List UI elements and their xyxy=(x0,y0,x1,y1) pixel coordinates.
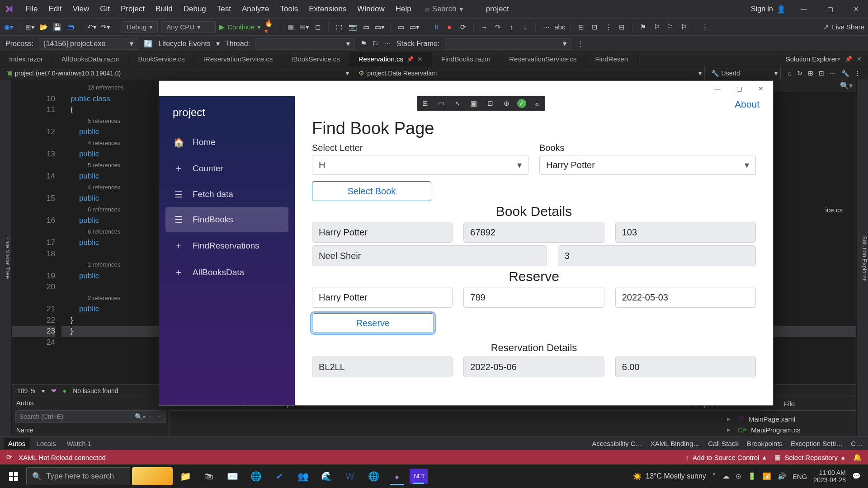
debug-tool-ok-icon[interactable]: ✓ xyxy=(517,99,526,108)
step-out-icon[interactable]: ↑ xyxy=(506,22,516,32)
thread-combo[interactable]: ▾ xyxy=(255,38,355,50)
hot-reload-icon[interactable]: 🔥▾ xyxy=(264,22,274,32)
bookmark-next-icon[interactable]: ⚐ xyxy=(665,22,675,32)
nav-type-combo[interactable]: ⚙ project.Data.Reservation ▾ xyxy=(356,66,704,80)
restart-icon[interactable]: ⟳ xyxy=(458,22,468,32)
toolbar-icon-1[interactable]: ▦ xyxy=(286,22,296,32)
tray-chevron-up-icon[interactable]: ˄ xyxy=(712,472,716,480)
bottom-tab-locals[interactable]: Locals xyxy=(32,438,60,449)
tray-onedrive-icon[interactable]: ☁ xyxy=(722,472,729,480)
back-icon[interactable]: ◉▾ xyxy=(4,22,14,32)
zoom-level[interactable]: 109 % xyxy=(17,387,35,394)
toolbar-end-icon[interactable]: ⋮ xyxy=(700,22,710,32)
menu-tools[interactable]: Tools xyxy=(275,0,304,18)
tray-notifications-icon[interactable]: 💬 xyxy=(852,472,861,480)
taskbar-app-word[interactable]: W xyxy=(339,467,361,485)
solution-toolbar-icon-7[interactable]: ⋮ xyxy=(854,70,861,77)
menu-build[interactable]: Build xyxy=(150,0,178,18)
nav-project-combo[interactable]: ▣ project (net7.0-windows10.0.19041.0) ▾ xyxy=(4,66,352,80)
bottom-tab-breakpoints[interactable]: Breakpoints xyxy=(747,440,783,447)
bottom-tab-watch1[interactable]: Watch 1 xyxy=(62,438,96,449)
menu-extensions[interactable]: Extensions xyxy=(303,0,352,18)
taskbar-clock[interactable]: 11:00 AM 2023-04-28 xyxy=(813,469,846,483)
app-minimize-button[interactable]: — xyxy=(707,82,728,95)
about-link[interactable]: About xyxy=(735,99,760,109)
sign-in-button[interactable]: Sign in 👤 xyxy=(751,5,786,14)
close-button[interactable]: ✕ xyxy=(848,1,864,17)
taskbar-app-explorer[interactable]: 📁 xyxy=(175,467,196,485)
redo-icon[interactable]: ↷▾ xyxy=(100,22,110,32)
save-all-icon[interactable]: 🗃 xyxy=(66,22,75,32)
tab-ibookservice[interactable]: IBookService.cs xyxy=(282,52,349,66)
taskbar-app-store[interactable]: 🛍 xyxy=(198,467,220,485)
bottom-tab-xaml-binding[interactable]: XAML Binding… xyxy=(651,440,700,447)
left-rail-live-visual-tree[interactable]: Live Visual Tree xyxy=(0,80,12,436)
reserve-date-input[interactable]: 2022-05-03 xyxy=(615,287,756,308)
taskbar-app-chrome[interactable]: 🌐 xyxy=(245,467,267,485)
zoom-dropdown-icon[interactable]: ▾ xyxy=(42,387,45,394)
bookmark-clear-icon[interactable]: ⚐ xyxy=(679,22,689,32)
toolbar-icon-8[interactable]: ▭ xyxy=(396,22,406,32)
debug-tool-icon-6[interactable]: ⊛ xyxy=(501,98,512,109)
tray-volume-icon[interactable]: 🔊 xyxy=(778,472,786,480)
bookmark-icon[interactable]: ⚑ xyxy=(638,22,648,32)
tab-ireservationservice[interactable]: IReservationService.cs xyxy=(194,52,282,66)
autos-search[interactable]: Search (Ctrl+E) 🔍▾ ← → xyxy=(15,410,166,423)
solution-toolbar-icon-2[interactable]: ↻ xyxy=(797,70,802,77)
taskbar-app-todo[interactable]: ✔ xyxy=(269,467,290,485)
tray-language[interactable]: ENG xyxy=(793,473,807,480)
rail-solution-explorer[interactable]: Solution Explorer xyxy=(861,236,868,281)
debug-tool-icon-1[interactable]: ⊞ xyxy=(420,98,430,109)
tree-item-mauiprogram[interactable]: ▸C#MauiProgram.cs xyxy=(727,424,850,435)
books-dropdown[interactable]: Harry Potter▾ xyxy=(539,155,756,175)
toolbar-misc-5[interactable]: ⋮ xyxy=(603,22,613,32)
select-letter-dropdown[interactable]: H▾ xyxy=(312,155,528,175)
tab-reservation[interactable]: Reservation.cs📌✕ xyxy=(349,52,432,66)
nav-counter[interactable]: ＋Counter xyxy=(159,155,295,182)
start-button[interactable] xyxy=(3,467,24,485)
pin-icon[interactable]: 📌 xyxy=(845,56,852,62)
taskbar-app-dotnet[interactable]: .NET xyxy=(410,469,428,484)
menu-window[interactable]: Window xyxy=(352,0,390,18)
solution-toolbar-icon-4[interactable]: ⊡ xyxy=(819,70,824,77)
add-to-source-control[interactable]: ↑Add to Source Control▴ xyxy=(685,453,766,461)
solution-toolbar-icon-3[interactable]: ⊞ xyxy=(808,70,813,77)
live-share-button[interactable]: ↗ Live Share xyxy=(823,23,864,31)
bottom-tab-autos[interactable]: Autos xyxy=(4,438,30,449)
debug-tool-icon-2[interactable]: ▭ xyxy=(436,98,447,109)
taskbar-app-teams[interactable]: 👥 xyxy=(292,467,314,485)
toolbar-icon-4[interactable]: ⬚ xyxy=(334,22,344,32)
debug-tool-collapse-icon[interactable]: « xyxy=(532,98,542,109)
app-close-button[interactable]: ✕ xyxy=(750,82,771,95)
taskbar-search[interactable]: 🔍 Type here to search xyxy=(26,467,130,485)
tab-bookservice[interactable]: BookService.cs xyxy=(129,52,194,66)
menu-edit[interactable]: Edit xyxy=(43,0,67,18)
bottom-tab-overflow[interactable]: C… xyxy=(851,440,863,447)
tree-item-mainpage[interactable]: ▸▤MainPage.xaml xyxy=(727,413,850,424)
nav-allbooksdata[interactable]: ＋AllBooksData xyxy=(159,259,295,286)
toolbar-icon-6[interactable]: ▭ xyxy=(361,22,371,32)
taskbar-app-chrome2[interactable]: 🌐 xyxy=(363,467,384,485)
dropdown-icon[interactable]: ▾ xyxy=(837,56,840,62)
solution-toolbar-icon-5[interactable]: ⋯ xyxy=(830,70,836,77)
pin-icon[interactable]: 📌 xyxy=(407,56,414,62)
menu-project[interactable]: Project xyxy=(115,0,150,18)
app-maximize-button[interactable]: ▢ xyxy=(729,82,750,95)
lifecycle-label[interactable]: Lifecycle Events xyxy=(158,40,211,48)
thread-icon-3[interactable]: ⋯ xyxy=(384,39,391,48)
nav-findreservations[interactable]: ＋FindReservations xyxy=(159,232,295,259)
taskbar-app-weather-widget[interactable] xyxy=(132,467,173,485)
arrow-right-icon[interactable]: → xyxy=(156,413,162,420)
menu-help[interactable]: Help xyxy=(390,0,417,18)
configuration-combo[interactable]: Debug▾ xyxy=(122,21,158,33)
step-over-icon[interactable]: ↷ xyxy=(493,22,503,32)
processbar-overflow-icon[interactable]: ⋮ xyxy=(577,39,584,48)
stack-combo[interactable]: ▾ xyxy=(445,38,571,50)
thread-icon-2[interactable]: ⚐ xyxy=(372,39,378,48)
tab-reservationservice[interactable]: ReservationService.cs xyxy=(500,52,586,66)
platform-combo[interactable]: Any CPU▾ xyxy=(161,21,216,33)
new-item-icon[interactable]: ⊞▾ xyxy=(25,22,35,32)
menu-file[interactable]: File xyxy=(20,0,43,18)
toolbar-icon-7[interactable]: ▭▾ xyxy=(375,22,385,32)
save-icon[interactable]: 💾 xyxy=(52,22,62,32)
